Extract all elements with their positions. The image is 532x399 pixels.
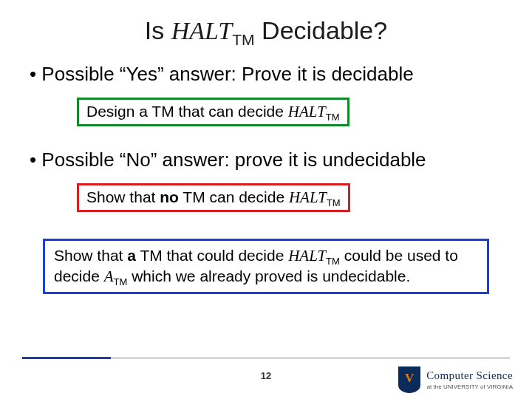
footer: 12 Computer Science at the UNIVERSITY of… bbox=[0, 358, 532, 399]
box3-sub1: TM bbox=[326, 256, 340, 267]
box1-pre: Design a TM that can decide bbox=[86, 103, 288, 120]
box3-sub2: TM bbox=[114, 277, 128, 288]
divider bbox=[22, 357, 510, 359]
logo-sub: at the UNIVERSITY of VIRGINIA bbox=[427, 383, 513, 390]
box2-pre: Show that bbox=[86, 188, 160, 205]
box-no-tm: Show that no TM can decide HALTTM bbox=[77, 183, 350, 212]
logo-text: Computer Science at the UNIVERSITY of VI… bbox=[426, 369, 513, 390]
box2-mid: TM can decide bbox=[179, 188, 289, 205]
bullet-no: Possible “No” answer: prove it is undeci… bbox=[30, 149, 505, 171]
box3-b1: a bbox=[127, 247, 136, 264]
title-post: Decidable? bbox=[255, 16, 388, 44]
box3-p4: which we already proved is undecidable. bbox=[127, 267, 410, 284]
box2-sub: TM bbox=[327, 197, 341, 208]
slide-title: Is HALTTM Decidable? bbox=[27, 16, 505, 45]
box-reduction: Show that a TM that could decide HALTTM … bbox=[43, 239, 489, 294]
logo-main: Computer Science bbox=[426, 369, 513, 382]
logo: Computer Science at the UNIVERSITY of VI… bbox=[398, 366, 513, 393]
box1-sub: TM bbox=[326, 112, 340, 123]
box-design-tm: Design a TM that can decide HALTTM bbox=[77, 98, 349, 126]
box3-p1: Show that bbox=[54, 247, 127, 264]
title-sub: TM bbox=[232, 31, 254, 48]
uva-shield-icon bbox=[398, 366, 420, 393]
box2-term: HALT bbox=[289, 188, 327, 206]
box3-term1: HALT bbox=[288, 247, 326, 265]
box2-bold: no bbox=[160, 188, 179, 205]
title-pre: Is bbox=[145, 16, 171, 44]
slide: Is HALTTM Decidable? Possible “Yes” answ… bbox=[0, 0, 532, 399]
box1-term: HALT bbox=[288, 103, 326, 120]
title-term: HALT bbox=[171, 17, 232, 44]
box3-p2: TM that could decide bbox=[136, 247, 288, 264]
bullet-yes: Possible “Yes” answer: Prove it is decid… bbox=[30, 63, 505, 86]
box3-term2: A bbox=[104, 267, 114, 285]
